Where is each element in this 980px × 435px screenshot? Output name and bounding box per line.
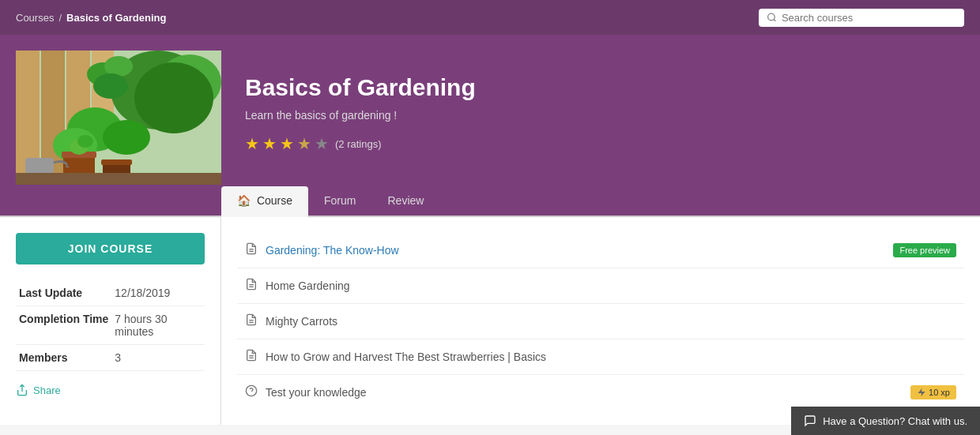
course-sidebar: Join Course Last Update 12/18/2019 Compl… <box>0 217 221 425</box>
tabs-bar: 🏠 Course Forum Review <box>0 185 980 217</box>
tab-forum[interactable]: Forum <box>308 186 371 217</box>
svg-marker-36 <box>918 388 925 396</box>
list-item: Home Gardening <box>237 268 964 304</box>
share-icon <box>16 384 28 396</box>
document-icon <box>245 278 258 294</box>
list-item: Mighty Carrots <box>237 304 964 339</box>
search-icon <box>767 12 777 23</box>
course-header: Basics of Gardening Learn the basics of … <box>0 35 980 185</box>
star-5: ★ <box>315 134 329 153</box>
course-info: Basics of Gardening Learn the basics of … <box>221 66 964 169</box>
list-item: How to Grow and Harvest The Best Strawbe… <box>237 339 964 375</box>
tab-review-label: Review <box>387 194 424 207</box>
last-update-row: Last Update 12/18/2019 <box>16 280 205 306</box>
course-lessons: Gardening: The Know-How Free preview Hom… <box>221 217 980 425</box>
join-course-button[interactable]: Join Course <box>16 233 205 264</box>
svg-point-0 <box>768 13 775 21</box>
course-image <box>16 51 221 185</box>
last-update-value: 12/18/2019 <box>111 280 205 306</box>
breadcrumb-separator: / <box>58 12 62 24</box>
course-image-svg <box>16 51 221 185</box>
svg-point-9 <box>134 62 213 133</box>
document-icon <box>245 242 258 258</box>
svg-point-11 <box>104 56 133 77</box>
breadcrumb-courses-link[interactable]: Courses <box>16 12 54 24</box>
star-2: ★ <box>262 134 277 153</box>
document-icon <box>245 349 258 365</box>
xp-badge: 10 xp <box>910 385 956 399</box>
main-content: Join Course Last Update 12/18/2019 Compl… <box>0 217 980 425</box>
home-icon: 🏠 <box>237 194 251 207</box>
svg-point-23 <box>77 135 93 148</box>
tab-course[interactable]: 🏠 Course <box>221 186 308 217</box>
chat-label: Have a Question? Chat with us. <box>823 415 967 426</box>
quiz-icon <box>245 384 258 399</box>
tab-course-label: Course <box>257 194 292 207</box>
star-1: ★ <box>245 134 259 153</box>
list-item: Gardening: The Know-How Free preview <box>237 233 964 268</box>
course-meta-table: Last Update 12/18/2019 Completion Time 7… <box>16 280 205 371</box>
search-box <box>759 9 964 27</box>
tab-review[interactable]: Review <box>371 186 439 217</box>
search-input[interactable] <box>782 12 956 24</box>
chat-icon <box>804 414 816 425</box>
svg-rect-21 <box>25 158 54 174</box>
svg-line-1 <box>774 19 775 21</box>
breadcrumb: Courses / Basics of Gardening <box>16 12 166 24</box>
tab-forum-label: Forum <box>324 194 356 207</box>
lesson-title: Test your knowledge <box>266 386 903 399</box>
svg-point-12 <box>93 73 128 99</box>
document-icon <box>245 313 258 329</box>
completion-time-row: Completion Time 7 hours 30 minutes <box>16 306 205 345</box>
lesson-title: Mighty Carrots <box>266 315 956 328</box>
completion-value: 7 hours 30 minutes <box>111 306 205 345</box>
lesson-list: Gardening: The Know-How Free preview Hom… <box>237 233 964 409</box>
lesson-title: Home Gardening <box>266 279 956 292</box>
share-label: Share <box>33 384 61 396</box>
lightning-icon <box>917 388 926 397</box>
breadcrumb-current: Basics of Gardening <box>66 12 166 24</box>
free-preview-badge: Free preview <box>893 243 956 257</box>
completion-label: Completion Time <box>16 306 111 345</box>
members-value: 3 <box>111 345 205 371</box>
star-4: ★ <box>297 134 311 153</box>
course-rating: ★ ★ ★ ★ ★ (2 ratings) <box>245 134 940 153</box>
course-subtitle: Learn the basics of gardening ! <box>245 109 940 122</box>
svg-rect-19 <box>101 159 132 165</box>
list-item: Test your knowledge 10 xp <box>237 375 964 409</box>
course-title: Basics of Gardening <box>245 74 940 101</box>
lesson-title: How to Grow and Harvest The Best Strawbe… <box>266 351 956 363</box>
members-label: Members <box>16 345 111 371</box>
star-3: ★ <box>280 134 294 153</box>
chat-widget[interactable]: Have a Question? Chat with us. <box>791 407 980 425</box>
members-row: Members 3 <box>16 345 205 371</box>
svg-point-14 <box>103 120 150 155</box>
top-navigation: Courses / Basics of Gardening <box>0 0 980 35</box>
last-update-label: Last Update <box>16 280 111 306</box>
svg-rect-24 <box>16 173 221 185</box>
lesson-title[interactable]: Gardening: The Know-How <box>266 244 885 257</box>
ratings-count: (2 ratings) <box>335 138 382 150</box>
share-button[interactable]: Share <box>16 384 61 396</box>
